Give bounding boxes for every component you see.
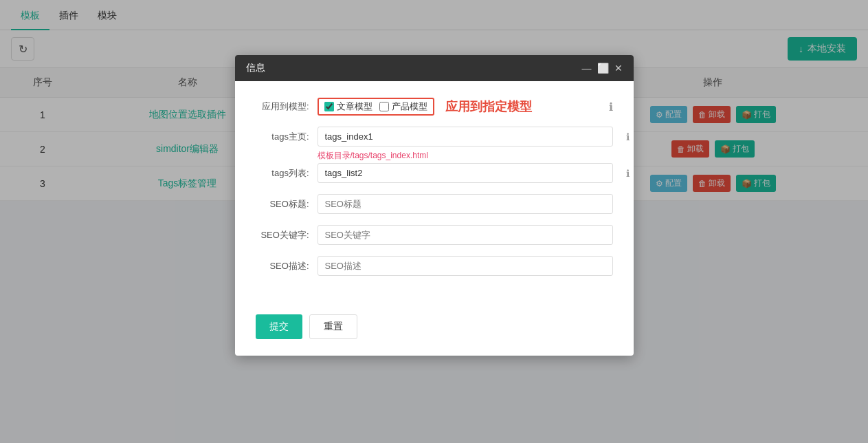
seo-title-label: SEO标题: (256, 194, 318, 201)
seo-title-input[interactable] (318, 194, 613, 201)
tags-list-input[interactable] (318, 163, 613, 183)
seo-title-content (318, 194, 613, 201)
tags-home-label: tags主页: (256, 127, 318, 143)
tags-home-hint: 模板目录/tags/tags_index.html (318, 150, 428, 162)
info-modal: 信息 — ⬜ ✕ 应用到模型: 文章模型 产品模型 应用到指定模 (235, 55, 634, 201)
info-icon[interactable]: ℹ (609, 100, 613, 114)
article-model-checkbox[interactable] (324, 102, 334, 111)
modal-body: 应用到模型: 文章模型 产品模型 应用到指定模型 ℹ tags主页: (235, 81, 634, 201)
tags-home-content: 模板目录/tags/tags_index.html ℹ (318, 127, 613, 147)
apply-model-content: 文章模型 产品模型 应用到指定模型 ℹ (318, 98, 613, 116)
tags-home-row: tags主页: 模板目录/tags/tags_index.html ℹ (256, 127, 613, 147)
product-model-label[interactable]: 产品模型 (392, 100, 427, 113)
modal-header: 信息 — ⬜ ✕ (235, 55, 634, 81)
apply-model-row: 应用到模型: 文章模型 产品模型 应用到指定模型 ℹ (256, 98, 613, 116)
apply-to-specified-model-text: 应用到指定模型 (445, 98, 532, 115)
maximize-button[interactable]: ⬜ (597, 63, 609, 74)
apply-model-label: 应用到模型: (256, 100, 318, 113)
article-model-label[interactable]: 文章模型 (337, 100, 372, 113)
close-button[interactable]: ✕ (614, 63, 623, 74)
modal-overlay: 信息 — ⬜ ✕ 应用到模型: 文章模型 产品模型 应用到指定模 (0, 0, 868, 201)
tags-list-content: ℹ (318, 163, 613, 183)
modal-title: 信息 (246, 62, 265, 74)
tags-list-label: tags列表: (256, 163, 318, 180)
tags-home-info-icon[interactable]: ℹ (626, 131, 630, 142)
seo-title-row: SEO标题: (256, 194, 613, 201)
product-model-checkbox[interactable] (379, 102, 389, 111)
tags-home-input[interactable] (318, 127, 613, 147)
tags-list-row: tags列表: ℹ (256, 163, 613, 183)
tags-list-info-icon[interactable]: ℹ (626, 168, 630, 179)
window-controls: — ⬜ ✕ (582, 63, 623, 74)
minimize-button[interactable]: — (582, 63, 592, 74)
checkbox-group: 文章模型 产品模型 (318, 98, 434, 116)
